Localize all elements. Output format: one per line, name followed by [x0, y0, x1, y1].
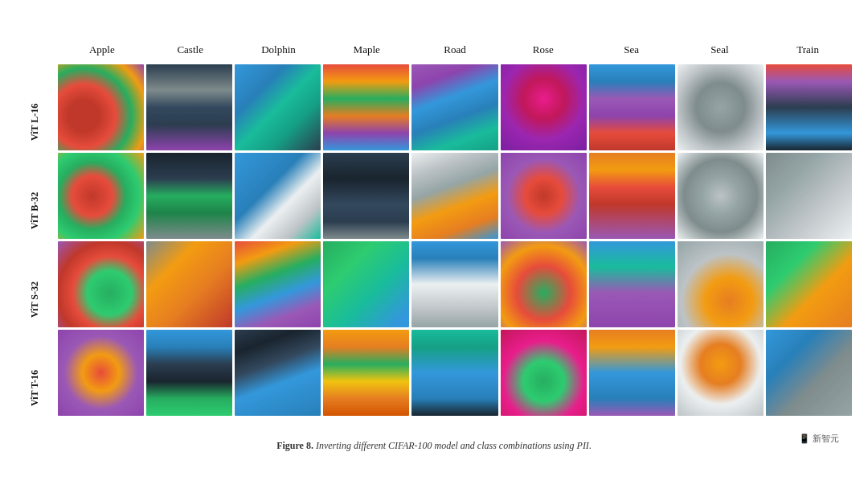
cell-r1c9: [766, 64, 852, 150]
cell-r3c5: [411, 241, 497, 327]
col-header-seal: Seal: [675, 42, 764, 61]
grid-content: Apple Castle Dolphin Maple Road Rose Sea…: [58, 42, 852, 432]
cell-r4c5: [411, 330, 497, 416]
row-label-2: ViT B-32: [16, 166, 53, 255]
watermark-text: 新智元: [813, 433, 839, 443]
col-header-road: Road: [411, 42, 499, 61]
watermark-icon: 📱: [799, 433, 810, 443]
cell-r3c4: [323, 241, 409, 327]
caption-end: .: [589, 440, 592, 451]
watermark: 📱 新智元: [796, 432, 842, 446]
row-label-3: ViT S-32: [16, 255, 53, 343]
cell-r3c3: [235, 241, 321, 327]
cell-r4c7: [589, 330, 675, 416]
caption-italic: PII: [577, 440, 589, 451]
cell-r2c5: [411, 153, 497, 239]
col-headers: Apple Castle Dolphin Maple Road Rose Sea…: [58, 42, 852, 61]
cell-r3c1: [58, 241, 144, 327]
row-label-1: ViT L-16: [16, 78, 53, 166]
row-labels: ViT L-16 ViT B-32 ViT S-32 ViT T-16: [16, 42, 58, 432]
cell-r4c3: [235, 330, 321, 416]
cell-r1c6: [501, 64, 587, 150]
cell-r3c6: [501, 241, 587, 327]
col-header-apple: Apple: [58, 42, 146, 61]
cell-r4c8: [678, 330, 764, 416]
image-grid: [58, 64, 852, 417]
cell-r2c7: [589, 153, 675, 239]
cell-r1c1: [58, 64, 144, 150]
cell-r3c8: [678, 241, 764, 327]
cell-r2c4: [323, 153, 409, 239]
cell-r2c9: [766, 153, 852, 239]
figure-caption: Figure 8. Inverting different CIFAR-100 …: [16, 440, 852, 452]
cell-r1c3: [235, 64, 321, 150]
cell-r2c1: [58, 153, 144, 239]
cell-r2c6: [501, 153, 587, 239]
col-header-castle: Castle: [146, 42, 235, 61]
cell-r3c9: [766, 241, 852, 327]
col-header-rose: Rose: [499, 42, 588, 61]
cell-r4c6: [501, 330, 587, 416]
cell-r2c2: [146, 153, 232, 239]
cell-r1c4: [323, 64, 409, 150]
col-header-maple: Maple: [322, 42, 411, 61]
cell-r4c9: [766, 330, 852, 416]
cell-r4c2: [146, 330, 232, 416]
col-header-train: Train: [764, 42, 852, 61]
cell-r1c2: [146, 64, 232, 150]
row-label-4: ViT T-16: [16, 343, 53, 432]
col-header-dolphin: Dolphin: [235, 42, 323, 61]
figure-container: ViT L-16 ViT B-32 ViT S-32 ViT T-16 Appl…: [16, 42, 852, 452]
cell-r2c3: [235, 153, 321, 239]
grid-wrapper: ViT L-16 ViT B-32 ViT S-32 ViT T-16 Appl…: [16, 42, 852, 432]
cell-r1c5: [411, 64, 497, 150]
cell-r3c7: [589, 241, 675, 327]
cell-r4c1: [58, 330, 144, 416]
figure-label: Figure 8.: [276, 440, 313, 451]
cell-r2c8: [678, 153, 764, 239]
cell-r3c2: [146, 241, 232, 327]
cell-r1c8: [678, 64, 764, 150]
cell-r4c4: [323, 330, 409, 416]
caption-text: Inverting different CIFAR-100 model and …: [313, 440, 577, 451]
col-header-sea: Sea: [588, 42, 676, 61]
figure-wrap: ViT L-16 ViT B-32 ViT S-32 ViT T-16 Appl…: [16, 42, 852, 452]
cell-r1c7: [589, 64, 675, 150]
